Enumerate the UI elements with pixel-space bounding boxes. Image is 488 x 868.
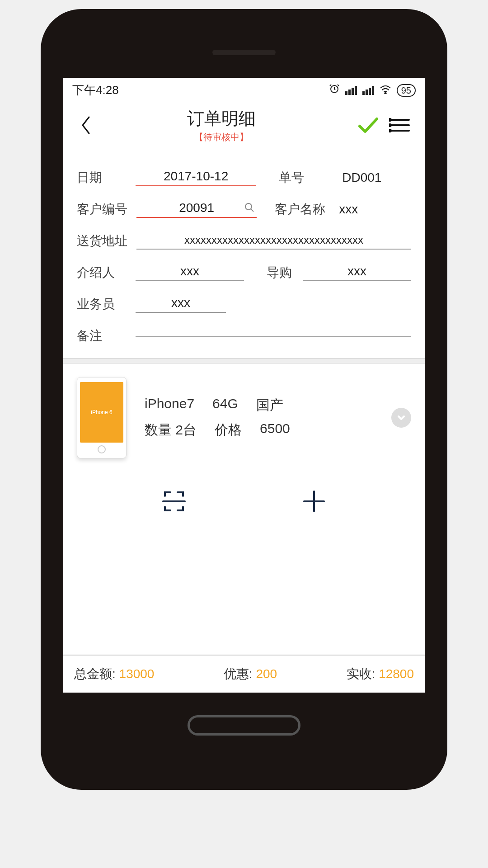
alarm-icon [329, 83, 340, 97]
svg-point-7 [389, 130, 391, 132]
price-value: 6500 [260, 421, 290, 439]
referrer-value: xxx [180, 264, 199, 278]
add-button[interactable] [298, 486, 330, 517]
total-label: 总金额: [74, 667, 116, 681]
row-notes: 备注 [77, 327, 411, 344]
header: 订单明细 【待审核中】 [63, 103, 425, 150]
sales-field[interactable]: xxx [136, 296, 226, 313]
notes-label: 备注 [77, 327, 127, 344]
product-name: iPhone7 [145, 396, 194, 415]
svg-line-9 [251, 209, 253, 212]
action-row [77, 467, 411, 535]
device-speaker [212, 50, 276, 55]
address-field[interactable]: xxxxxxxxxxxxxxxxxxxxxxxxxxxxxxxxx [136, 232, 411, 250]
confirm-button[interactable] [357, 114, 380, 137]
section-divider [63, 358, 425, 363]
price-label: 价格 [215, 421, 242, 439]
svg-point-6 [389, 124, 391, 126]
row-address: 送货地址 xxxxxxxxxxxxxxxxxxxxxxxxxxxxxxxxx [77, 232, 411, 250]
status-icons: 95 [329, 83, 416, 97]
date-label: 日期 [77, 169, 127, 186]
sales-label: 业务员 [77, 296, 127, 313]
customer-name-value: xxx [334, 202, 411, 217]
search-icon[interactable] [244, 202, 255, 216]
qty-label: 数量 [145, 422, 172, 437]
discount-value: 200 [256, 667, 277, 681]
date-field[interactable]: 2017-10-12 [136, 169, 256, 186]
svg-point-5 [389, 119, 391, 121]
signal-icon-2 [362, 86, 374, 95]
customer-id-value: 20091 [179, 201, 214, 215]
customer-id-label: 客户编号 [77, 201, 127, 218]
wifi-icon [380, 83, 391, 97]
product-storage: 64G [212, 396, 238, 415]
received-label: 实收: [347, 667, 375, 681]
device-frame: 下午4:28 95 订单明细 【待审核中】 [41, 9, 447, 790]
svg-point-1 [385, 93, 386, 94]
screen: 下午4:28 95 订单明细 【待审核中】 [63, 78, 425, 693]
total-value: 13000 [119, 667, 155, 681]
product-thumbnail: iPhone 6 [77, 377, 127, 458]
footer-summary: 总金额: 13000 优惠: 200 实收: 12800 [63, 655, 425, 693]
referrer-field[interactable]: xxx [136, 264, 244, 281]
thumb-screen: iPhone 6 [80, 382, 123, 443]
guide-label: 导购 [267, 264, 294, 281]
row-customer: 客户编号 20091 客户名称 xxx [77, 201, 411, 218]
address-label: 送货地址 [77, 232, 127, 250]
customer-name-label: 客户名称 [275, 201, 325, 218]
back-button[interactable] [77, 114, 95, 137]
date-value: 2017-10-12 [164, 169, 228, 183]
row-referrer-guide: 介绍人 xxx 导购 xxx [77, 264, 411, 281]
row-date-order: 日期 2017-10-12 单号 DD001 [77, 169, 411, 186]
order-no-label: 单号 [279, 169, 328, 186]
address-value: xxxxxxxxxxxxxxxxxxxxxxxxxxxxxxxxx [184, 234, 363, 246]
thumb-home-icon [98, 445, 106, 453]
guide-field[interactable]: xxx [303, 264, 411, 281]
status-time: 下午4:28 [72, 82, 119, 98]
title-block: 订单明细 【待审核中】 [95, 107, 348, 143]
battery-icon: 95 [397, 84, 416, 97]
product-info: iPhone7 64G 国产 数量 2台 价格 6500 [145, 390, 373, 446]
product-card[interactable]: iPhone 6 iPhone7 64G 国产 数量 2台 价格 6500 [77, 377, 411, 458]
page-subtitle: 【待审核中】 [95, 131, 348, 143]
svg-point-8 [245, 203, 252, 210]
discount-label: 优惠: [224, 667, 253, 681]
scan-button[interactable] [158, 486, 190, 517]
row-sales: 业务员 xxx [77, 296, 411, 313]
form-section: 日期 2017-10-12 单号 DD001 客户编号 20091 客户名称 x… [63, 150, 425, 358]
notes-field[interactable] [136, 335, 411, 337]
order-no-value: DD001 [338, 170, 411, 185]
received-value: 12800 [379, 667, 414, 681]
device-home-button[interactable] [188, 715, 300, 736]
signal-icon [345, 86, 357, 95]
qty-value: 2台 [175, 422, 197, 437]
menu-button[interactable] [389, 114, 411, 137]
guide-value: xxx [347, 264, 366, 278]
product-section: iPhone 6 iPhone7 64G 国产 数量 2台 价格 6500 [63, 363, 425, 549]
page-title: 订单明细 [95, 107, 348, 130]
status-bar: 下午4:28 95 [63, 78, 425, 103]
referrer-label: 介绍人 [77, 264, 127, 281]
expand-button[interactable] [391, 408, 411, 428]
product-origin: 国产 [256, 396, 283, 415]
sales-value: xxx [171, 296, 190, 310]
customer-id-field[interactable]: 20091 [136, 201, 257, 218]
